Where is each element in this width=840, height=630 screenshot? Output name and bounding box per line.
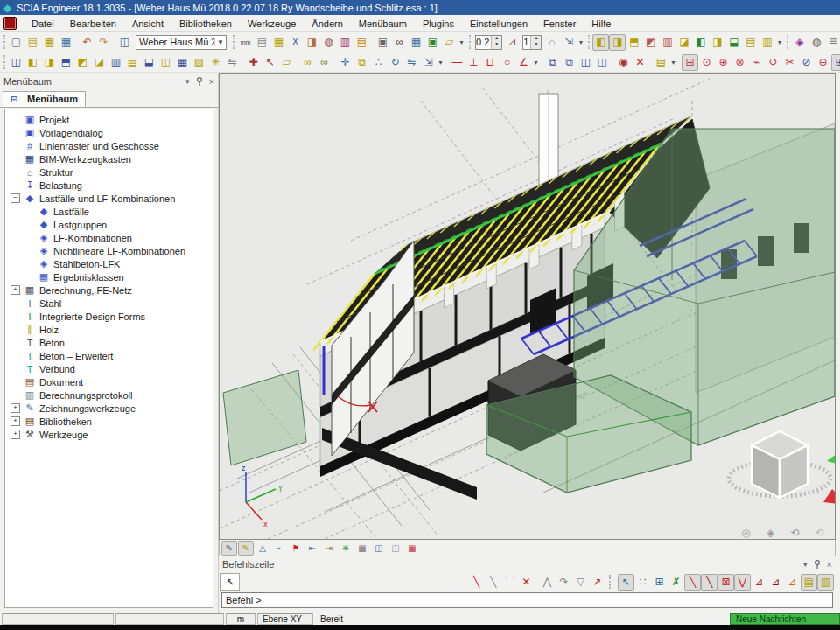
node-snap-7-icon[interactable]: ✂: [781, 54, 798, 71]
glasses-show-icon[interactable]: ∞: [299, 54, 316, 71]
member-numbering-icon[interactable]: ≣: [824, 34, 840, 51]
snap-perpendicular-icon[interactable]: ⊿: [767, 574, 784, 591]
tree-item-lastf-lle-und-lf-kombinationen[interactable]: −◆Lastfälle und LF-Kombinationen: [5, 192, 213, 205]
snap-orthogonal-icon[interactable]: ⋁: [734, 574, 751, 591]
menu-bibliotheken[interactable]: Bibliotheken: [172, 16, 240, 32]
snap-curve-icon[interactable]: ↷: [556, 574, 572, 591]
tree-item-lastf-lle[interactable]: ◆Lastfälle: [5, 205, 213, 218]
snap-grid-points-icon[interactable]: ∷: [634, 574, 651, 591]
status-unit[interactable]: m: [226, 613, 256, 625]
snap-table-1-icon[interactable]: ▤: [801, 574, 817, 591]
menu--ndern[interactable]: Ändern: [304, 16, 350, 32]
beam-tool-2-icon[interactable]: ◧: [24, 54, 41, 71]
label-abc-1-icon[interactable]: ⇤: [304, 541, 320, 556]
menu-datei[interactable]: Datei: [24, 16, 62, 32]
menu-plugins[interactable]: Plugins: [415, 16, 462, 32]
node-snap-8-icon[interactable]: ⊘: [798, 54, 815, 71]
panel-collapse-icon[interactable]: ▾: [186, 77, 190, 86]
zoom-table-icon[interactable]: ◍: [808, 34, 824, 51]
menu-ansicht[interactable]: Ansicht: [124, 16, 172, 32]
tree-item-stahlbeton-lfk[interactable]: ◈Stahlbeton-LFK: [5, 257, 213, 270]
count-spinner[interactable]: 1 ▲▼: [522, 35, 542, 50]
layers-icon[interactable]: ▤: [254, 34, 270, 51]
tree-item-holz[interactable]: ∥Holz: [5, 323, 213, 336]
select-lasso-icon[interactable]: ▱: [278, 54, 295, 71]
snap-delete-icon[interactable]: ✕: [518, 574, 535, 591]
tree-item-berechnung-fe-netz[interactable]: +▦Berechnung, FE-Netz: [5, 284, 213, 297]
draw-angle-icon[interactable]: ∠: [515, 54, 532, 71]
node-snap-2-icon[interactable]: ⊙: [698, 54, 715, 71]
panel-pin-icon[interactable]: [196, 77, 203, 86]
mesh-sphere-icon[interactable]: ◍: [320, 34, 337, 51]
node-snap-6-icon[interactable]: ↺: [765, 54, 781, 71]
tree-item-zeichnungswerkzeuge[interactable]: +✎Zeichnungswerkzeuge: [5, 402, 213, 415]
tree-item-beton[interactable]: TBeton: [5, 336, 213, 349]
export-more-dropdown-icon[interactable]: ▾: [669, 55, 677, 70]
wall-tool-3-icon[interactable]: ⬒: [626, 34, 642, 51]
grid-table-icon[interactable]: ▦: [404, 541, 420, 556]
wall-tool-10-icon[interactable]: ▤: [742, 34, 759, 51]
status-plane[interactable]: Ebene XY: [257, 613, 313, 625]
beam-tool-13-icon[interactable]: ✳: [207, 54, 224, 71]
panel-collapse-icon[interactable]: ▾: [803, 560, 808, 569]
rotate-cw-arrow[interactable]: [827, 451, 835, 466]
spin-down-icon[interactable]: ▼: [492, 42, 501, 49]
snap-table-2-icon[interactable]: ▥: [817, 574, 834, 591]
axes-display-icon[interactable]: ✳: [338, 541, 354, 556]
combination-table-icon[interactable]: ▥: [337, 34, 354, 51]
paste-multi-icon[interactable]: ⧉: [561, 54, 578, 71]
modify-more-dropdown-icon[interactable]: ▾: [437, 55, 444, 70]
view-settings-gear-icon[interactable]: ⚙: [836, 525, 840, 542]
render-mode-icon[interactable]: ✎: [238, 541, 254, 556]
snap-arc-icon[interactable]: ⌒: [501, 574, 518, 591]
snap-midpoint-1-icon[interactable]: ╲: [684, 574, 701, 591]
select-cursor-icon[interactable]: ↖: [262, 54, 278, 71]
mirror-member-icon[interactable]: ⇋: [403, 54, 420, 71]
copy-multi-icon[interactable]: ⧉: [544, 54, 561, 71]
new-document-icon[interactable]: ▢: [8, 34, 24, 51]
node-snap-10-icon[interactable]: ⊞: [831, 54, 840, 71]
tree-expander-icon[interactable]: +: [10, 430, 20, 439]
search-binoculars-icon[interactable]: ∞: [391, 34, 408, 51]
transform-b-icon[interactable]: ◫: [594, 54, 611, 71]
tree-expander-icon[interactable]: +: [10, 416, 20, 426]
wall-tool-11-icon[interactable]: ▥: [759, 34, 775, 51]
undo-icon[interactable]: ↶: [79, 34, 95, 51]
wall-tool-1-icon[interactable]: ◧: [592, 34, 609, 51]
save-icon[interactable]: ▦: [58, 34, 74, 51]
beam-tool-1-icon[interactable]: ◫: [8, 54, 24, 71]
snap-line-icon[interactable]: ╲: [468, 574, 485, 591]
panel-close-icon[interactable]: ×: [209, 76, 214, 87]
beam-tool-10-icon[interactable]: ◫: [158, 54, 174, 71]
menu-werkzeuge[interactable]: Werkzeuge: [240, 16, 304, 32]
calculator-blue-icon[interactable]: ▦: [408, 34, 424, 51]
menu-bearbeiten[interactable]: Bearbeiten: [62, 16, 124, 32]
beam-tool-5-icon[interactable]: ◩: [74, 54, 91, 71]
tree-item-lastgruppen[interactable]: ◆Lastgruppen: [5, 218, 213, 231]
wall-tool-2-icon[interactable]: ◨: [609, 34, 626, 51]
wall-tool-7-icon[interactable]: ◧: [692, 34, 709, 51]
tab-menubaum[interactable]: ⊟ Menübaum: [3, 91, 86, 107]
tools-more-dropdown-icon[interactable]: ▾: [458, 35, 466, 50]
snap-grid-lines-icon[interactable]: ⊞: [651, 574, 668, 591]
flags-toggle-icon[interactable]: ⚑: [288, 541, 304, 556]
tree-item-nichtlineare-lf-kombinationen[interactable]: ◈Nichtlineare LF-Kombinationen: [5, 244, 213, 257]
combo-dropdown-icon[interactable]: ▼: [214, 38, 226, 46]
rotate-view-2-icon[interactable]: ⟲: [811, 525, 828, 542]
wall-tool-4-icon[interactable]: ◩: [642, 34, 659, 51]
snap-cursor-mode-icon[interactable]: ↖: [618, 574, 634, 591]
app-icon[interactable]: [4, 17, 17, 30]
new-messages-button[interactable]: Neue Nachrichten: [730, 613, 840, 625]
menu-einstellungen[interactable]: Einstellungen: [462, 16, 536, 32]
select-add-icon[interactable]: ✚: [245, 54, 262, 71]
snap-midpoint-2-icon[interactable]: ╲: [701, 574, 718, 591]
draw-line-icon[interactable]: —: [449, 54, 466, 71]
navigation-cube[interactable]: [729, 431, 835, 505]
node-snap-3-icon[interactable]: ⊕: [715, 54, 732, 71]
supports-toggle-icon[interactable]: △: [255, 541, 270, 556]
tree-item-belastung[interactable]: ↧Belastung: [5, 178, 213, 192]
mesh-display-icon[interactable]: ▦: [354, 541, 370, 556]
draw-more-dropdown-icon[interactable]: ▾: [532, 55, 540, 70]
panel-close-icon[interactable]: ×: [827, 559, 832, 570]
node-snap-4-icon[interactable]: ⊗: [732, 54, 748, 71]
